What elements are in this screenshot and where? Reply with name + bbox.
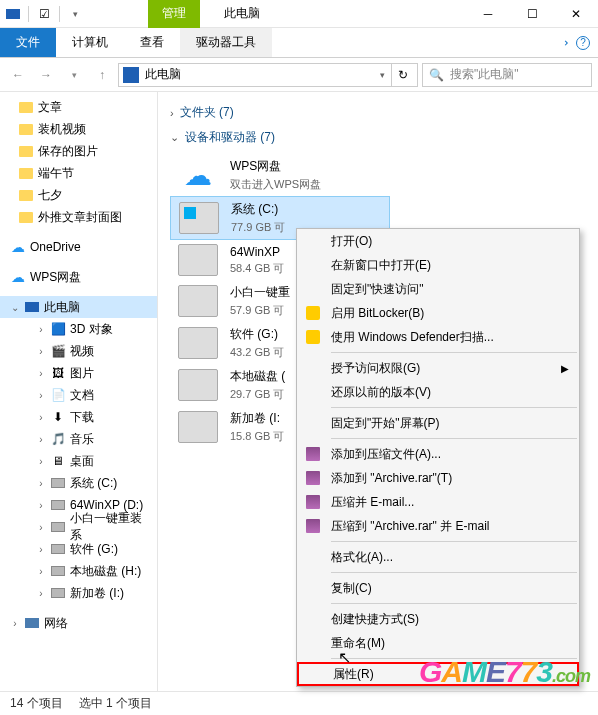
menu-item-label: 压缩并 E-mail... [331, 494, 414, 511]
ribbon-tab-view[interactable]: 查看 [124, 28, 180, 57]
sidebar-item[interactable]: ›🖥桌面 [0, 450, 157, 472]
menu-item[interactable]: 授予访问权限(G)▶ [297, 356, 579, 380]
menu-item-label: 复制(C) [331, 580, 372, 597]
drive-icon [50, 585, 66, 601]
chevron-right-icon[interactable]: › [36, 412, 46, 423]
sidebar-item[interactable]: ›🎬视频 [0, 340, 157, 362]
menu-item[interactable]: 在新窗口中打开(E) [297, 253, 579, 277]
sidebar-item[interactable]: 装机视频 [0, 118, 157, 140]
sidebar-item-label: 七夕 [38, 187, 62, 204]
chevron-right-icon[interactable]: › [36, 456, 46, 467]
menu-item[interactable]: 压缩到 "Archive.rar" 并 E-mail [297, 514, 579, 538]
ribbon-expand-icon[interactable]: ⌃ [556, 38, 570, 48]
pc-icon [24, 299, 40, 315]
chevron-right-icon[interactable]: › [36, 500, 46, 511]
menu-item-label: 创建快捷方式(S) [331, 611, 419, 628]
chevron-right-icon[interactable]: › [36, 566, 46, 577]
close-button[interactable]: ✕ [554, 0, 598, 28]
group-header-devices[interactable]: ⌄ 设备和驱动器 (7) [162, 125, 594, 150]
sidebar-item[interactable]: ›本地磁盘 (H:) [0, 560, 157, 582]
drive-icon [50, 541, 66, 557]
archive-icon [305, 518, 321, 534]
minimize-button[interactable]: ─ [466, 0, 510, 28]
chevron-right-icon[interactable]: › [36, 368, 46, 379]
chevron-down-icon[interactable]: ⌄ [10, 302, 20, 313]
ribbon-tab-computer[interactable]: 计算机 [56, 28, 124, 57]
sidebar-item-network[interactable]: › 网络 [0, 612, 157, 634]
up-button[interactable]: ↑ [90, 63, 114, 87]
chevron-right-icon[interactable]: › [36, 324, 46, 335]
drive-icon [50, 475, 66, 491]
chevron-right-icon[interactable]: › [36, 390, 46, 401]
menu-item[interactable]: 压缩并 E-mail... [297, 490, 579, 514]
address-dropdown-icon[interactable]: ▾ [380, 70, 385, 80]
sidebar-item[interactable]: ›📄文档 [0, 384, 157, 406]
menu-item[interactable]: 启用 BitLocker(B) [297, 301, 579, 325]
folder-icon [18, 121, 34, 137]
sidebar-item[interactable]: ›🎵音乐 [0, 428, 157, 450]
sidebar-item-wps[interactable]: ☁ WPS网盘 [0, 266, 157, 288]
search-placeholder: 搜索"此电脑" [450, 66, 519, 83]
chevron-right-icon[interactable]: › [36, 346, 46, 357]
search-icon: 🔍 [429, 68, 444, 82]
help-icon[interactable]: ? [576, 36, 590, 50]
chevron-right-icon[interactable]: › [36, 544, 46, 555]
sidebar-item-onedrive[interactable]: ☁ OneDrive [0, 236, 157, 258]
sidebar-item[interactable]: ›⬇下载 [0, 406, 157, 428]
folder-icon [18, 187, 34, 203]
search-box[interactable]: 🔍 搜索"此电脑" [422, 63, 592, 87]
address-bar[interactable]: 此电脑 ▾ ↻ [118, 63, 418, 87]
contextual-tab-manage[interactable]: 管理 [148, 0, 200, 28]
chevron-right-icon[interactable]: › [36, 478, 46, 489]
chevron-right-icon[interactable]: › [36, 588, 46, 599]
back-button[interactable]: ← [6, 63, 30, 87]
chevron-right-icon[interactable]: › [10, 618, 20, 629]
drive-icon [178, 369, 218, 401]
menu-item[interactable]: 固定到"快速访问" [297, 277, 579, 301]
ribbon-tab-file[interactable]: 文件 [0, 28, 56, 57]
sidebar-item[interactable]: ›🖼图片 [0, 362, 157, 384]
menu-item[interactable]: 添加到 "Archive.rar"(T) [297, 466, 579, 490]
properties-icon[interactable]: ☑ [35, 5, 53, 23]
forward-button[interactable]: → [34, 63, 58, 87]
recent-dropdown[interactable]: ▾ [62, 63, 86, 87]
sidebar-item[interactable]: ›系统 (C:) [0, 472, 157, 494]
menu-item-label: 添加到压缩文件(A)... [331, 446, 441, 463]
menu-item[interactable]: 使用 Windows Defender扫描... [297, 325, 579, 349]
menu-item[interactable]: 还原以前的版本(V) [297, 380, 579, 404]
maximize-button[interactable]: ☐ [510, 0, 554, 28]
sidebar-item[interactable]: ›新加卷 (I:) [0, 582, 157, 604]
pc-icon [4, 5, 22, 23]
menu-item[interactable]: 格式化(A)... [297, 545, 579, 569]
cloud-icon: ☁ [178, 159, 218, 191]
sidebar-item[interactable]: 文章 [0, 96, 157, 118]
menu-item[interactable]: 重命名(M) [297, 631, 579, 655]
sidebar-item[interactable]: ›🟦3D 对象 [0, 318, 157, 340]
sidebar-item[interactable]: 外推文章封面图 [0, 206, 157, 228]
drive-name: 软件 (G:) [230, 326, 284, 343]
menu-item[interactable]: 复制(C) [297, 576, 579, 600]
sidebar-item-label: 视频 [70, 343, 94, 360]
chevron-right-icon: › [170, 107, 174, 119]
qat-dropdown-icon[interactable]: ▾ [66, 5, 84, 23]
group-header-folders[interactable]: › 文件夹 (7) [162, 100, 594, 125]
ribbon-tab-drive-tools[interactable]: 驱动器工具 [180, 28, 272, 57]
refresh-button[interactable]: ↻ [391, 64, 413, 86]
sidebar-item-thispc[interactable]: ⌄ 此电脑 [0, 296, 157, 318]
menu-item[interactable]: 创建快捷方式(S) [297, 607, 579, 631]
chevron-right-icon[interactable]: › [36, 434, 46, 445]
chevron-right-icon[interactable]: › [36, 522, 46, 533]
pc-icon [123, 67, 139, 83]
sidebar-item[interactable]: ›小白一键重装系 [0, 516, 157, 538]
sidebar-item[interactable]: 七夕 [0, 184, 157, 206]
sidebar-item-label: 文章 [38, 99, 62, 116]
menu-item[interactable]: 添加到压缩文件(A)... [297, 442, 579, 466]
sidebar-item[interactable]: 端午节 [0, 162, 157, 184]
menu-item[interactable]: 属性(R) [297, 662, 579, 686]
shield-icon [305, 329, 321, 345]
menu-item[interactable]: 固定到"开始"屏幕(P) [297, 411, 579, 435]
menu-item[interactable]: 打开(O) [297, 229, 579, 253]
sidebar-item[interactable]: 保存的图片 [0, 140, 157, 162]
group-label: 设备和驱动器 (7) [185, 129, 275, 146]
drive-item-wps[interactable]: ☁ WPS网盘 双击进入WPS网盘 [170, 154, 390, 196]
